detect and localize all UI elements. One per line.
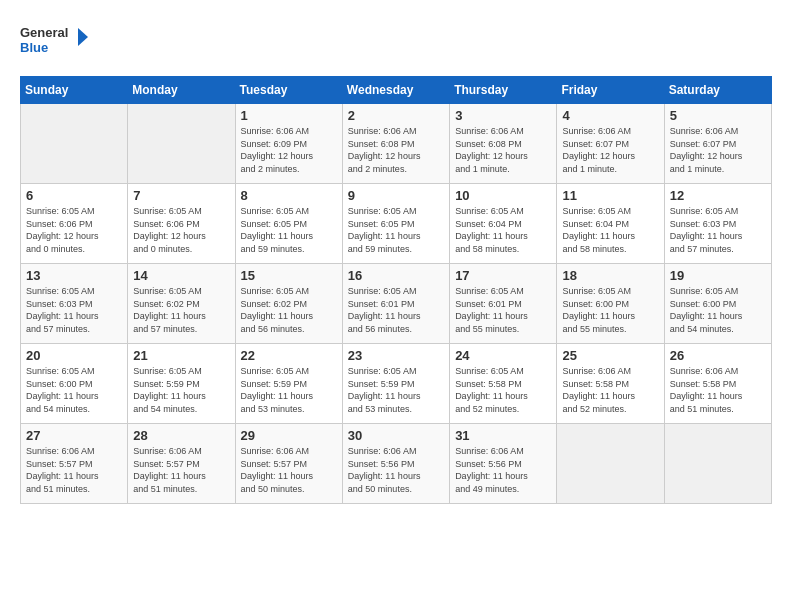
day-number: 3 (455, 108, 551, 123)
day-cell (21, 104, 128, 184)
day-info: Sunrise: 6:05 AM Sunset: 6:03 PM Dayligh… (670, 205, 766, 255)
day-cell: 18Sunrise: 6:05 AM Sunset: 6:00 PM Dayli… (557, 264, 664, 344)
day-info: Sunrise: 6:06 AM Sunset: 6:07 PM Dayligh… (670, 125, 766, 175)
day-cell: 11Sunrise: 6:05 AM Sunset: 6:04 PM Dayli… (557, 184, 664, 264)
day-number: 16 (348, 268, 444, 283)
day-number: 8 (241, 188, 337, 203)
day-cell: 5Sunrise: 6:06 AM Sunset: 6:07 PM Daylig… (664, 104, 771, 184)
day-cell: 19Sunrise: 6:05 AM Sunset: 6:00 PM Dayli… (664, 264, 771, 344)
day-info: Sunrise: 6:05 AM Sunset: 6:00 PM Dayligh… (26, 365, 122, 415)
calendar-header: SundayMondayTuesdayWednesdayThursdayFrid… (21, 77, 772, 104)
day-cell: 7Sunrise: 6:05 AM Sunset: 6:06 PM Daylig… (128, 184, 235, 264)
page-header: General Blue (20, 20, 772, 60)
day-info: Sunrise: 6:05 AM Sunset: 6:06 PM Dayligh… (133, 205, 229, 255)
week-row-2: 6Sunrise: 6:05 AM Sunset: 6:06 PM Daylig… (21, 184, 772, 264)
day-number: 26 (670, 348, 766, 363)
day-cell: 24Sunrise: 6:05 AM Sunset: 5:58 PM Dayli… (450, 344, 557, 424)
day-info: Sunrise: 6:05 AM Sunset: 6:01 PM Dayligh… (455, 285, 551, 335)
day-cell: 8Sunrise: 6:05 AM Sunset: 6:05 PM Daylig… (235, 184, 342, 264)
day-number: 29 (241, 428, 337, 443)
header-row: SundayMondayTuesdayWednesdayThursdayFrid… (21, 77, 772, 104)
day-number: 12 (670, 188, 766, 203)
day-cell: 29Sunrise: 6:06 AM Sunset: 5:57 PM Dayli… (235, 424, 342, 504)
day-info: Sunrise: 6:05 AM Sunset: 6:00 PM Dayligh… (670, 285, 766, 335)
day-cell: 2Sunrise: 6:06 AM Sunset: 6:08 PM Daylig… (342, 104, 449, 184)
day-number: 27 (26, 428, 122, 443)
calendar-table: SundayMondayTuesdayWednesdayThursdayFrid… (20, 76, 772, 504)
day-cell: 22Sunrise: 6:05 AM Sunset: 5:59 PM Dayli… (235, 344, 342, 424)
week-row-5: 27Sunrise: 6:06 AM Sunset: 5:57 PM Dayli… (21, 424, 772, 504)
day-cell (128, 104, 235, 184)
day-cell: 16Sunrise: 6:05 AM Sunset: 6:01 PM Dayli… (342, 264, 449, 344)
day-info: Sunrise: 6:05 AM Sunset: 6:01 PM Dayligh… (348, 285, 444, 335)
day-info: Sunrise: 6:05 AM Sunset: 5:59 PM Dayligh… (133, 365, 229, 415)
day-cell: 9Sunrise: 6:05 AM Sunset: 6:05 PM Daylig… (342, 184, 449, 264)
day-cell: 6Sunrise: 6:05 AM Sunset: 6:06 PM Daylig… (21, 184, 128, 264)
day-info: Sunrise: 6:05 AM Sunset: 6:02 PM Dayligh… (241, 285, 337, 335)
day-cell: 1Sunrise: 6:06 AM Sunset: 6:09 PM Daylig… (235, 104, 342, 184)
week-row-1: 1Sunrise: 6:06 AM Sunset: 6:09 PM Daylig… (21, 104, 772, 184)
day-number: 13 (26, 268, 122, 283)
svg-marker-2 (78, 28, 88, 46)
day-number: 15 (241, 268, 337, 283)
day-info: Sunrise: 6:06 AM Sunset: 6:08 PM Dayligh… (348, 125, 444, 175)
day-cell: 4Sunrise: 6:06 AM Sunset: 6:07 PM Daylig… (557, 104, 664, 184)
day-info: Sunrise: 6:05 AM Sunset: 5:59 PM Dayligh… (348, 365, 444, 415)
svg-text:Blue: Blue (20, 40, 48, 55)
day-number: 17 (455, 268, 551, 283)
header-cell-tuesday: Tuesday (235, 77, 342, 104)
day-number: 6 (26, 188, 122, 203)
day-number: 22 (241, 348, 337, 363)
day-number: 24 (455, 348, 551, 363)
day-number: 14 (133, 268, 229, 283)
day-number: 11 (562, 188, 658, 203)
day-number: 19 (670, 268, 766, 283)
day-number: 9 (348, 188, 444, 203)
day-cell (664, 424, 771, 504)
day-info: Sunrise: 6:06 AM Sunset: 5:56 PM Dayligh… (455, 445, 551, 495)
day-info: Sunrise: 6:05 AM Sunset: 5:59 PM Dayligh… (241, 365, 337, 415)
day-number: 5 (670, 108, 766, 123)
day-info: Sunrise: 6:06 AM Sunset: 6:08 PM Dayligh… (455, 125, 551, 175)
day-info: Sunrise: 6:05 AM Sunset: 6:05 PM Dayligh… (241, 205, 337, 255)
day-number: 21 (133, 348, 229, 363)
week-row-3: 13Sunrise: 6:05 AM Sunset: 6:03 PM Dayli… (21, 264, 772, 344)
generalblue-logo: General Blue (20, 20, 90, 60)
day-info: Sunrise: 6:06 AM Sunset: 5:57 PM Dayligh… (133, 445, 229, 495)
header-cell-wednesday: Wednesday (342, 77, 449, 104)
day-cell: 12Sunrise: 6:05 AM Sunset: 6:03 PM Dayli… (664, 184, 771, 264)
day-info: Sunrise: 6:05 AM Sunset: 6:00 PM Dayligh… (562, 285, 658, 335)
day-number: 7 (133, 188, 229, 203)
day-info: Sunrise: 6:06 AM Sunset: 5:58 PM Dayligh… (562, 365, 658, 415)
day-info: Sunrise: 6:05 AM Sunset: 6:05 PM Dayligh… (348, 205, 444, 255)
day-number: 31 (455, 428, 551, 443)
day-cell: 13Sunrise: 6:05 AM Sunset: 6:03 PM Dayli… (21, 264, 128, 344)
day-cell (557, 424, 664, 504)
day-cell: 17Sunrise: 6:05 AM Sunset: 6:01 PM Dayli… (450, 264, 557, 344)
day-info: Sunrise: 6:06 AM Sunset: 5:57 PM Dayligh… (241, 445, 337, 495)
day-number: 10 (455, 188, 551, 203)
day-info: Sunrise: 6:05 AM Sunset: 6:06 PM Dayligh… (26, 205, 122, 255)
day-number: 2 (348, 108, 444, 123)
day-number: 30 (348, 428, 444, 443)
day-cell: 26Sunrise: 6:06 AM Sunset: 5:58 PM Dayli… (664, 344, 771, 424)
day-info: Sunrise: 6:06 AM Sunset: 5:58 PM Dayligh… (670, 365, 766, 415)
day-cell: 3Sunrise: 6:06 AM Sunset: 6:08 PM Daylig… (450, 104, 557, 184)
week-row-4: 20Sunrise: 6:05 AM Sunset: 6:00 PM Dayli… (21, 344, 772, 424)
day-number: 20 (26, 348, 122, 363)
day-cell: 21Sunrise: 6:05 AM Sunset: 5:59 PM Dayli… (128, 344, 235, 424)
day-cell: 25Sunrise: 6:06 AM Sunset: 5:58 PM Dayli… (557, 344, 664, 424)
day-cell: 28Sunrise: 6:06 AM Sunset: 5:57 PM Dayli… (128, 424, 235, 504)
day-cell: 10Sunrise: 6:05 AM Sunset: 6:04 PM Dayli… (450, 184, 557, 264)
day-info: Sunrise: 6:05 AM Sunset: 6:04 PM Dayligh… (562, 205, 658, 255)
day-info: Sunrise: 6:06 AM Sunset: 5:56 PM Dayligh… (348, 445, 444, 495)
day-cell: 20Sunrise: 6:05 AM Sunset: 6:00 PM Dayli… (21, 344, 128, 424)
logo: General Blue (20, 20, 90, 60)
day-number: 28 (133, 428, 229, 443)
day-cell: 14Sunrise: 6:05 AM Sunset: 6:02 PM Dayli… (128, 264, 235, 344)
calendar-body: 1Sunrise: 6:06 AM Sunset: 6:09 PM Daylig… (21, 104, 772, 504)
day-info: Sunrise: 6:06 AM Sunset: 5:57 PM Dayligh… (26, 445, 122, 495)
day-info: Sunrise: 6:05 AM Sunset: 5:58 PM Dayligh… (455, 365, 551, 415)
day-cell: 27Sunrise: 6:06 AM Sunset: 5:57 PM Dayli… (21, 424, 128, 504)
day-cell: 15Sunrise: 6:05 AM Sunset: 6:02 PM Dayli… (235, 264, 342, 344)
